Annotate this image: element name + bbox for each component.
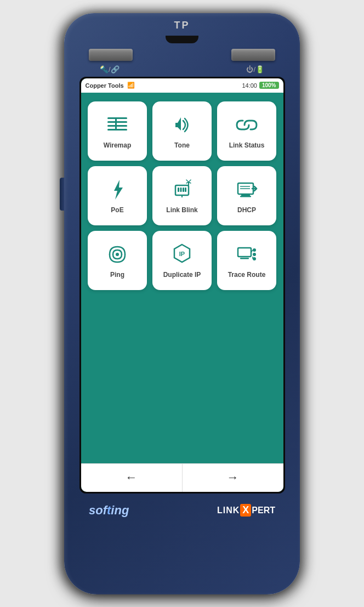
svg-rect-1 <box>107 121 127 123</box>
svg-rect-27 <box>240 258 249 259</box>
tile-link-blink[interactable]: Link Blink <box>152 166 212 225</box>
pert-text: PERT <box>252 506 275 515</box>
svg-rect-2 <box>107 125 127 127</box>
softing-text2: ing <box>111 503 129 517</box>
grid-row-2: PoE <box>88 166 277 225</box>
link-blink-icon <box>170 178 194 202</box>
device-bottom: softing LINK X PERT <box>89 503 275 518</box>
x-badge: X <box>240 504 251 517</box>
poe-icon <box>105 178 129 202</box>
tone-icon <box>170 113 194 137</box>
right-sensor <box>231 49 275 61</box>
device-label: TP <box>174 20 190 31</box>
duplicate-ip-icon: IP <box>170 242 194 266</box>
notch <box>166 36 198 43</box>
top-bumps <box>89 49 275 61</box>
svg-rect-7 <box>180 188 182 192</box>
tile-trace-route[interactable]: Trace Route <box>217 231 276 290</box>
svg-point-30 <box>253 257 256 260</box>
trace-route-label: Trace Route <box>228 271 266 279</box>
status-left: Copper Tools 📶 <box>86 82 135 89</box>
svg-rect-25 <box>238 248 251 257</box>
link-text: LINK <box>217 506 240 515</box>
ping-icon <box>105 242 129 266</box>
tone-label: Tone <box>174 141 190 149</box>
softing-text: sof <box>89 503 107 517</box>
tile-poe[interactable]: PoE <box>88 166 147 225</box>
link-blink-label: Link Blink <box>166 206 197 214</box>
svg-point-22 <box>116 253 119 256</box>
tile-dhcp[interactable]: DHCP <box>217 166 276 225</box>
ping-label: Ping <box>110 271 124 279</box>
device-top: TP 🔦/🔗 ⏻/🔋 <box>64 13 300 77</box>
status-right: 14:00 100% <box>242 82 278 89</box>
forward-button[interactable]: → <box>183 464 283 492</box>
grid-row-1: Wiremap Tone <box>88 101 277 161</box>
wiremap-label: Wiremap <box>104 141 132 149</box>
svg-rect-0 <box>107 117 127 119</box>
grid-area: Wiremap Tone <box>81 93 283 463</box>
tile-wiremap[interactable]: Wiremap <box>88 101 147 161</box>
svg-rect-4 <box>115 117 117 131</box>
svg-line-13 <box>186 180 189 182</box>
device: TP 🔦/🔗 ⏻/🔋 Copper Tools 📶 14:00 100% <box>64 13 300 594</box>
app-name: Copper Tools <box>86 82 124 89</box>
poe-label: PoE <box>111 206 123 214</box>
svg-rect-5 <box>175 185 189 195</box>
tile-tone[interactable]: Tone <box>152 101 212 161</box>
power-battery-icon: ⏻/🔋 <box>246 65 264 73</box>
back-button[interactable]: ← <box>81 464 183 492</box>
dhcp-label: DHCP <box>237 206 256 214</box>
svg-rect-8 <box>183 188 184 192</box>
svg-point-29 <box>253 253 256 256</box>
softing-logo: softing <box>89 503 129 518</box>
svg-text:IP: IP <box>179 251 185 257</box>
left-sensor <box>89 49 133 61</box>
time-display: 14:00 <box>242 82 257 89</box>
wifi-icon: 📶 <box>127 82 135 89</box>
svg-rect-9 <box>185 188 186 192</box>
nav-bar: ← → <box>81 463 283 492</box>
duplicate-ip-label: Duplicate IP <box>163 271 201 279</box>
battery-badge: 100% <box>259 82 279 89</box>
svg-rect-3 <box>107 129 127 131</box>
screen-bezel: Copper Tools 📶 14:00 100% <box>79 77 285 493</box>
torch-link-icon: 🔦/🔗 <box>100 65 120 73</box>
svg-line-12 <box>189 180 191 182</box>
tile-ping[interactable]: Ping <box>88 231 147 290</box>
grid-row-3: Ping IP Duplicate IP <box>88 231 277 290</box>
hardware-icons-row: 🔦/🔗 ⏻/🔋 <box>100 65 264 73</box>
tile-duplicate-ip[interactable]: IP Duplicate IP <box>152 231 212 290</box>
svg-rect-17 <box>241 194 250 196</box>
side-button[interactable] <box>60 178 64 211</box>
svg-point-28 <box>253 248 256 252</box>
screen: Copper Tools 📶 14:00 100% <box>81 78 283 492</box>
link-status-label: Link Status <box>229 141 265 149</box>
status-bar: Copper Tools 📶 14:00 100% <box>81 78 283 93</box>
linkxpert-logo: LINK X PERT <box>217 504 275 517</box>
link-status-icon <box>235 113 259 137</box>
wiremap-icon <box>105 113 129 137</box>
trace-route-icon <box>235 242 259 266</box>
dhcp-icon <box>235 178 259 202</box>
svg-rect-6 <box>178 188 179 192</box>
svg-rect-18 <box>240 196 251 197</box>
tile-link-status[interactable]: Link Status <box>217 101 276 161</box>
